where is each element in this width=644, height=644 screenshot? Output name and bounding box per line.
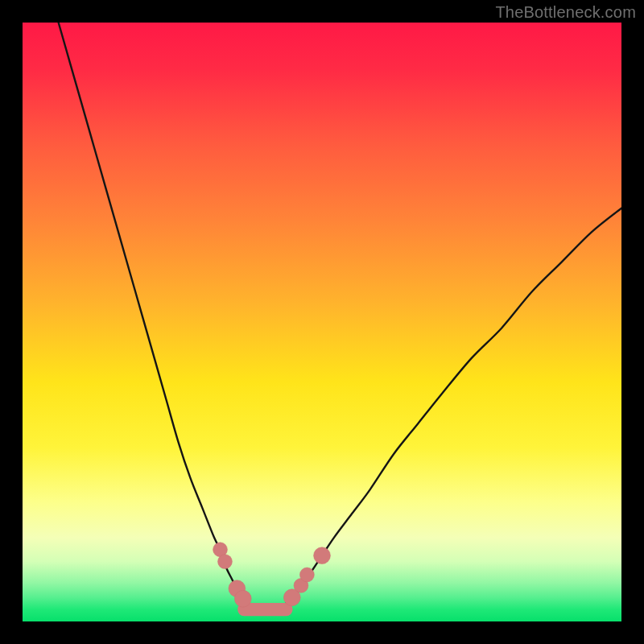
plot-area [23,23,621,621]
curve-marker [314,547,331,564]
curve-marker [299,568,314,582]
curve-marker [234,590,251,607]
curve-marker [218,555,233,569]
bottleneck-curve [59,23,621,610]
chart-frame: TheBottleneck.com [0,0,644,644]
curve-group [59,23,621,610]
watermark-text: TheBottleneck.com [495,3,636,22]
curve-layer [23,23,621,621]
